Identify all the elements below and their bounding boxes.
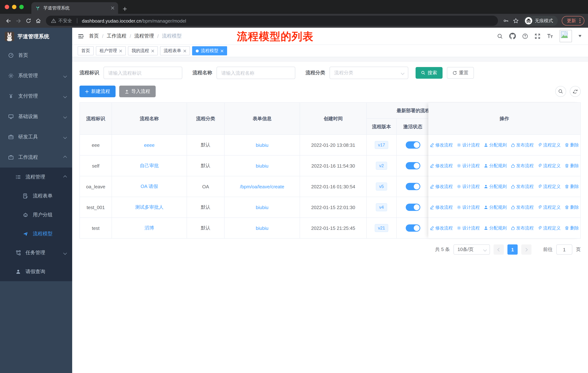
tag-tenant-mgmt[interactable]: 租户管理 (96, 46, 126, 55)
active-toggle[interactable] (406, 224, 420, 232)
action-definition-link[interactable]: 流程定义 (538, 142, 561, 148)
home-button[interactable] (33, 16, 43, 26)
window-minimize-button[interactable] (12, 5, 16, 9)
goto-page-input[interactable] (556, 244, 572, 255)
form-info-link[interactable]: /bpm/oa/leave/create (240, 184, 284, 189)
action-design-link[interactable]: 设计流程 (457, 204, 480, 210)
process-name-link[interactable]: OA 请假 (141, 184, 158, 189)
create-process-button[interactable]: 新建流程 (79, 86, 116, 97)
active-toggle[interactable] (406, 162, 420, 169)
sidebar-item-pay[interactable]: 支付管理 (0, 86, 72, 106)
action-assign-link[interactable]: 分配规则 (484, 163, 507, 169)
browser-tab[interactable]: 芋道管理系统 (31, 2, 118, 14)
breadcrumb-process-mgmt[interactable]: 流程管理 (134, 33, 154, 39)
action-publish-link[interactable]: 发布流程 (511, 183, 534, 190)
sidebar-item-workflow[interactable]: 工作流程 (0, 147, 72, 168)
action-publish-link[interactable]: 发布流程 (511, 163, 534, 169)
fullscreen-icon[interactable] (535, 33, 541, 39)
search-icon[interactable] (497, 33, 503, 39)
action-delete-link[interactable]: 删除 (565, 163, 579, 169)
tag-close-icon[interactable] (220, 49, 223, 52)
tag-close-icon[interactable] (119, 49, 122, 52)
back-button[interactable] (4, 16, 13, 26)
action-modify-link[interactable]: 修改流程 (430, 183, 453, 190)
tag-home[interactable]: 首页 (78, 46, 94, 55)
window-close-button[interactable] (5, 5, 9, 9)
font-size-icon[interactable] (547, 33, 553, 39)
next-page-button[interactable] (521, 244, 532, 255)
page-number-1[interactable]: 1 (507, 244, 518, 255)
new-tab-button[interactable] (123, 7, 127, 11)
form-info-link[interactable]: biubiu (256, 204, 268, 210)
bookmark-star-icon[interactable] (511, 16, 521, 26)
sidebar-item-system[interactable]: 系统管理 (0, 66, 72, 86)
process-name-link[interactable]: 自己审批 (140, 163, 159, 168)
action-definition-link[interactable]: 流程定义 (538, 225, 561, 231)
action-definition-link[interactable]: 流程定义 (538, 183, 561, 190)
active-toggle[interactable] (406, 141, 420, 149)
address-bar[interactable]: 不安全 dashboard.yudao.iocoder.cn/bpm/manag… (46, 16, 498, 26)
action-design-link[interactable]: 设计流程 (457, 183, 480, 190)
toggle-search-button[interactable] (555, 86, 566, 97)
help-icon[interactable] (522, 33, 528, 39)
sidebar-item-dev[interactable]: 研发工具 (0, 127, 72, 147)
hamburger-icon[interactable] (78, 33, 84, 39)
sidebar-item-process-mgmt[interactable]: 流程管理 (0, 168, 72, 186)
sidebar-item-task-mgmt[interactable]: 任务管理 (0, 243, 72, 262)
sidebar-item-infra[interactable]: 基础设施 (0, 106, 72, 127)
process-category-select[interactable]: 流程分类 (330, 67, 408, 79)
form-info-link[interactable]: biubiu (256, 225, 268, 231)
breadcrumb-home[interactable]: 首页 (89, 33, 99, 39)
form-info-link[interactable]: biubiu (256, 142, 268, 148)
action-assign-link[interactable]: 分配规则 (484, 225, 507, 231)
github-icon[interactable] (509, 33, 516, 39)
import-process-button[interactable]: 导入流程 (119, 86, 156, 97)
refresh-table-button[interactable] (570, 86, 581, 97)
close-tab-icon[interactable] (111, 6, 115, 10)
sidebar-item-leave-query[interactable]: 请假查询 (0, 262, 72, 281)
action-design-link[interactable]: 设计流程 (457, 163, 480, 169)
action-definition-link[interactable]: 流程定义 (538, 163, 561, 169)
action-assign-link[interactable]: 分配规则 (484, 204, 507, 210)
process-name-link[interactable]: 滔博 (145, 225, 154, 231)
action-publish-link[interactable]: 发布流程 (511, 225, 534, 231)
caret-down-icon[interactable] (578, 35, 581, 37)
form-info-link[interactable]: biubiu (256, 163, 268, 169)
sidebar-item-process-form[interactable]: 流程表单 (0, 186, 72, 205)
action-publish-link[interactable]: 发布流程 (511, 204, 534, 210)
action-definition-link[interactable]: 流程定义 (538, 204, 561, 210)
prev-page-button[interactable] (494, 244, 504, 255)
action-publish-link[interactable]: 发布流程 (511, 142, 534, 148)
avatar[interactable] (560, 30, 572, 42)
active-toggle[interactable] (406, 204, 420, 211)
action-delete-link[interactable]: 删除 (565, 142, 579, 148)
page-size-select[interactable]: 10条/页 (453, 244, 490, 255)
process-id-input[interactable] (108, 70, 178, 76)
password-key-icon[interactable] (501, 16, 511, 26)
action-delete-link[interactable]: 删除 (565, 225, 579, 231)
action-delete-link[interactable]: 删除 (565, 183, 579, 190)
tag-my-process[interactable]: 我的流程 (128, 46, 158, 55)
reset-button[interactable]: 重置 (447, 67, 474, 79)
reload-button[interactable] (23, 16, 33, 26)
search-button[interactable]: 搜索 (416, 67, 442, 79)
process-name-input[interactable] (221, 70, 291, 76)
action-assign-link[interactable]: 分配规则 (484, 183, 507, 190)
process-name-link[interactable]: 测试多审批人 (135, 204, 164, 210)
process-name-link[interactable]: eeee (144, 142, 155, 148)
menu-dots-icon[interactable] (579, 18, 581, 23)
breadcrumb-workflow[interactable]: 工作流程 (107, 33, 126, 39)
action-design-link[interactable]: 设计流程 (457, 225, 480, 231)
sidebar-item-process-model[interactable]: 流程模型 (0, 224, 72, 243)
tag-process-form[interactable]: 流程表单 (160, 46, 190, 55)
browser-update-button[interactable]: 更新 (562, 16, 584, 26)
action-modify-link[interactable]: 修改流程 (430, 163, 453, 169)
action-modify-link[interactable]: 修改流程 (430, 225, 453, 231)
action-delete-link[interactable]: 删除 (565, 204, 579, 210)
action-assign-link[interactable]: 分配规则 (484, 142, 507, 148)
sidebar-item-home[interactable]: 首页 (0, 45, 72, 66)
forward-button[interactable] (13, 16, 23, 26)
sidebar-item-user-group[interactable]: 用户分组 (0, 205, 72, 224)
security-label[interactable]: 不安全 (58, 18, 72, 24)
window-zoom-button[interactable] (19, 5, 24, 9)
